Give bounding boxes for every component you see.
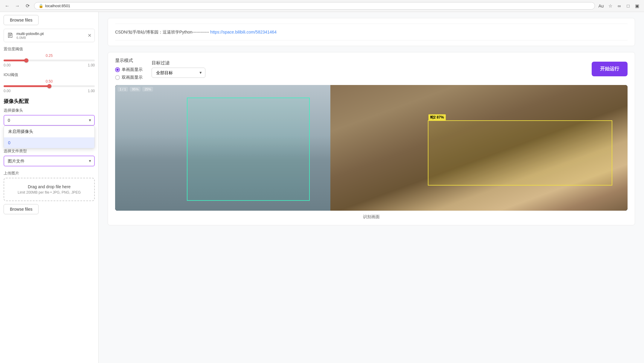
confidence-slider-container: 置信度阈值 0.25 0.00 1.00	[4, 46, 95, 67]
confidence-range: 0.00 1.00	[4, 63, 95, 67]
confidence-min: 0.00	[4, 63, 10, 67]
iou-thumb[interactable]	[47, 84, 51, 88]
info-text: CSDN/知乎/B站/博客园：逗逼班学Python------------ ht…	[115, 29, 628, 35]
url-text: localhost:8501	[45, 4, 70, 8]
iou-label: IOU阈值	[4, 72, 95, 78]
back-button[interactable]: ←	[4, 2, 11, 10]
security-icon: 🔒	[39, 4, 43, 8]
confidence-track[interactable]	[4, 60, 95, 61]
browser-icons: Aᴜ ☆ ∞ □ ▣	[598, 3, 640, 9]
file-remove-button[interactable]: ✕	[88, 33, 91, 38]
confidence-max: 1.00	[88, 63, 95, 67]
star-icon[interactable]: ☆	[607, 3, 614, 9]
info-text-content: CSDN/知乎/B站/博客园：逗逼班学Python------------	[115, 30, 209, 34]
confidence-value: 0.25	[4, 54, 95, 58]
radio-dual[interactable]: 双画面显示	[115, 75, 143, 80]
confidence-thumb[interactable]	[24, 58, 28, 63]
filter-dropdown[interactable]: 全部目标 人 车 动物	[152, 68, 205, 78]
upload-limit-text: Limit 200MB per file • JPG, PNG, JPEG	[9, 190, 89, 195]
file-type-dropdown-wrapper: 图片文件 视频文件 ▼	[4, 156, 95, 166]
camera-option-none-label: 未启用摄像头	[8, 129, 33, 134]
iou-range: 0.00 1.00	[4, 89, 95, 93]
file-name: multi-yolov8n.pt	[16, 31, 85, 36]
run-button[interactable]: 开始运行	[592, 62, 628, 76]
status-badge-conf: 25%	[142, 87, 153, 92]
app-layout: Browse files 🖹 multi-yolov8n.pt 6.0MB ✕ …	[0, 12, 644, 363]
sidebar-toggle-icon[interactable]: □	[625, 3, 631, 9]
file-item: 🖹 multi-yolov8n.pt 6.0MB ✕	[4, 29, 95, 42]
translate-icon[interactable]: Aᴜ	[598, 3, 605, 9]
file-size: 6.0MB	[16, 36, 85, 40]
camera-option-0[interactable]: 0	[4, 137, 94, 148]
left-detection-box	[187, 98, 310, 201]
tabs-icon[interactable]: ▣	[634, 3, 640, 9]
camera-dropdown-wrapper: 0 ▼ 未启用摄像头 0	[4, 115, 95, 126]
info-divider-bottom	[115, 40, 628, 40]
snake-detection-label: 蛇2 87%	[428, 114, 446, 121]
file-type-label: 选择文件类型	[4, 148, 95, 154]
iou-fill	[4, 85, 49, 87]
info-link[interactable]: https://space.bilibili.com/582341464	[210, 30, 277, 34]
radio-single[interactable]: 单画面显示	[115, 67, 143, 72]
detection-image: 1 / 1 95% 25% 蛇2 87%	[115, 85, 628, 211]
radio-dual-label: 双画面显示	[122, 75, 143, 80]
radio-single-label: 单画面显示	[122, 67, 143, 72]
snake-detection-box: 蛇2 87%	[428, 120, 612, 186]
image-container: 1 / 1 95% 25% 蛇2 87%	[115, 85, 628, 211]
file-type-select[interactable]: 图片文件 视频文件	[4, 156, 95, 166]
sidebar: Browse files 🖹 multi-yolov8n.pt 6.0MB ✕ …	[0, 12, 99, 363]
browse-files-bottom-button[interactable]: Browse files	[4, 204, 39, 214]
browser-bar: ← → ⟳ 🔒 localhost:8501 Aᴜ ☆ ∞ □ ▣	[0, 0, 644, 12]
iou-min: 0.00	[4, 89, 10, 93]
refresh-button[interactable]: ⟳	[24, 2, 31, 10]
controls-section: 显示模式 单画面显示 双画面显示 目标过滤 全部目标	[108, 52, 635, 225]
status-overlay: 1 / 1 95% 25%	[117, 87, 153, 92]
browse-files-top-button[interactable]: Browse files	[4, 15, 39, 25]
info-section: CSDN/知乎/B站/博客园：逗逼班学Python------------ ht…	[108, 18, 635, 46]
confidence-label: 置信度阈值	[4, 46, 95, 52]
main-content: CSDN/知乎/B站/博客园：逗逼班学Python------------ ht…	[99, 12, 644, 363]
radio-dual-circle	[115, 75, 120, 80]
filter-label: 目标过滤	[152, 60, 205, 66]
upload-zone[interactable]: Drag and drop file here Limit 200MB per …	[4, 178, 95, 201]
display-mode-group: 显示模式 单画面显示 双画面显示	[115, 58, 143, 80]
iou-max: 1.00	[88, 89, 95, 93]
info-divider-top	[115, 24, 628, 24]
camera-select-label: 选择摄像头	[4, 108, 95, 113]
extension-icon[interactable]: ∞	[616, 3, 622, 9]
filter-dropdown-wrapper: 全部目标 人 车 动物 ▼	[152, 68, 205, 78]
camera-dropdown-open: 未启用摄像头 0	[4, 126, 95, 148]
iou-slider-container: IOU阈值 0.50 0.00 1.00	[4, 72, 95, 93]
camera-option-none[interactable]: 未启用摄像头	[4, 126, 94, 137]
radio-single-circle	[115, 67, 120, 72]
status-badge-frame: 1 / 1	[117, 87, 128, 92]
status-badge-fps: 95%	[130, 87, 141, 92]
iou-track[interactable]	[4, 85, 95, 87]
iou-value: 0.50	[4, 79, 95, 83]
confidence-fill	[4, 60, 26, 61]
camera-section-title: 摄像头配置	[4, 98, 95, 105]
image-caption: 识别画面	[115, 214, 628, 220]
camera-select[interactable]: 0	[4, 115, 95, 126]
controls-row: 显示模式 单画面显示 双画面显示 目标过滤 全部目标	[115, 58, 628, 80]
filter-group: 目标过滤 全部目标 人 车 动物 ▼	[152, 60, 205, 78]
forward-button[interactable]: →	[14, 2, 21, 10]
camera-option-0-label: 0	[8, 140, 10, 145]
display-mode-label: 显示模式	[115, 58, 143, 63]
file-icon: 🖹	[7, 32, 13, 40]
upload-label: 上传图片	[4, 171, 95, 176]
upload-drag-text: Drag and drop file here	[9, 184, 89, 189]
address-bar[interactable]: 🔒 localhost:8501	[34, 2, 595, 10]
file-info: multi-yolov8n.pt 6.0MB	[16, 31, 85, 40]
